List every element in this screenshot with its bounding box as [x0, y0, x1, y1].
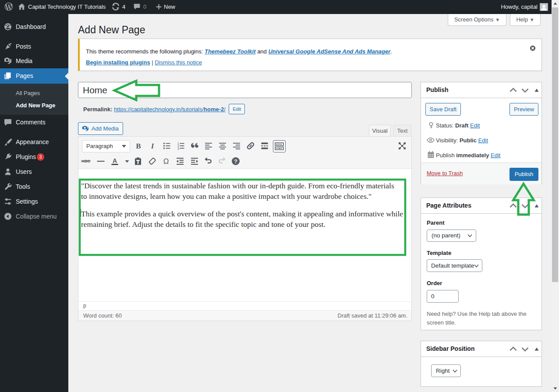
svg-text:B: B	[136, 142, 141, 150]
svg-text:A: A	[113, 157, 117, 164]
svg-text:3: 3	[177, 147, 179, 150]
svg-text:?: ?	[234, 158, 237, 165]
svg-text:I: I	[151, 142, 155, 150]
svg-text:Ω: Ω	[163, 157, 169, 166]
